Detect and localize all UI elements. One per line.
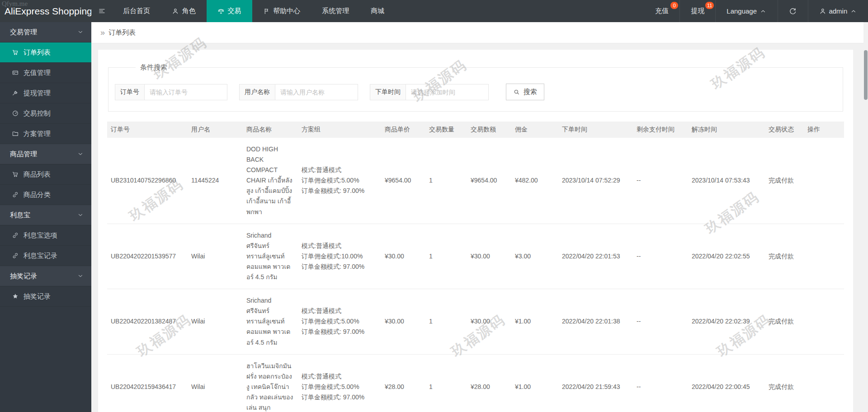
cell-amount: ¥30.00 (467, 224, 511, 289)
cell-order-time: 2022/04/20 22:01:53 (558, 224, 633, 289)
top-bar: Qfym.me AliExpress Shopping... 后台首页角色交易帮… (0, 0, 868, 22)
column-header: 方案组 (298, 122, 381, 138)
table-row: UB2310140752296860 11445224 DOD HIGH BAC… (107, 138, 844, 224)
cell-amount: ¥9654.00 (467, 138, 511, 224)
cell-unfreeze-time: 2022/04/20 22:00:45 (688, 354, 765, 412)
plan-mode-line: 订单佣金模式:5.00% (302, 175, 377, 186)
cell-product-name: Srichand ศรีจันทร์ ทรานส์ลูเซนท์ คอมแพค … (243, 224, 298, 289)
plan-mode-line: 订单佣金模式:5.00% (302, 316, 377, 327)
cell-actions (804, 224, 844, 289)
cell-username: Wilai (188, 354, 243, 412)
language-dropdown[interactable]: Language (715, 0, 778, 22)
sidebar-group[interactable]: 利息宝 (0, 205, 91, 225)
cell-order-id: UB2204202201539577 (107, 224, 188, 289)
corner-watermark: Qfym.me (2, 0, 28, 8)
top-nav: 后台首页角色交易帮助中心系统管理商城 (112, 0, 395, 22)
cell-plan-group: 模式:普通模式订单佣金模式:10.00%订单金额模式: 97.00% (298, 224, 381, 289)
cell-unit-price: ¥30.00 (381, 289, 425, 354)
table-body: UB2310140752296860 11445224 DOD HIGH BAC… (107, 138, 844, 412)
link-icon (12, 191, 19, 198)
plan-mode-line: 订单金额模式: 97.00% (302, 327, 377, 337)
star-icon (12, 293, 19, 300)
top-nav-item[interactable]: 角色 (161, 0, 207, 22)
content-card: 条件搜索 订单号 用户名称 下单时间 搜索 (98, 50, 853, 412)
column-header: 用户名 (188, 122, 243, 138)
cell-remaining-pay-time: -- (633, 224, 688, 289)
sidebar-group[interactable]: 抽奖记录 (0, 266, 91, 286)
plan-mode-line: 订单金额模式: 97.00% (302, 186, 377, 196)
cell-remaining-pay-time: -- (633, 289, 688, 354)
sidebar-item[interactable]: 利息宝记录 (0, 246, 91, 266)
top-nav-item[interactable]: 商城 (360, 0, 395, 22)
cell-unfreeze-time: 2022/04/20 22:02:39 (688, 289, 765, 354)
cell-actions (804, 289, 844, 354)
top-nav-item[interactable]: 后台首页 (112, 0, 161, 22)
cart-icon (12, 171, 19, 178)
cell-order-id: UB2310140752296860 (107, 138, 188, 224)
column-header: 商品名称 (243, 122, 298, 138)
sidebar-item[interactable]: 订单列表 (0, 42, 91, 63)
admin-dropdown[interactable]: admin (808, 0, 868, 22)
chevron-down-icon (77, 272, 84, 280)
top-nav-item[interactable]: 交易 (207, 0, 252, 22)
plan-mode-line: 模式:普通模式 (302, 241, 377, 251)
order-time-filter: 下单时间 (370, 84, 489, 100)
cell-remaining-pay-time: -- (633, 138, 688, 224)
column-header: 操作 (804, 122, 844, 138)
sidebar-item[interactable]: 商品分类 (0, 185, 91, 205)
refresh-button[interactable] (778, 0, 808, 22)
column-header: 交易数量 (425, 122, 467, 138)
order-id-input[interactable] (145, 84, 227, 100)
username-input[interactable] (275, 84, 358, 100)
sidebar-item[interactable]: 抽奖记录 (0, 286, 91, 307)
folder-icon (12, 130, 19, 137)
order-time-label: 下单时间 (370, 84, 406, 100)
cell-quantity: 1 (425, 289, 467, 354)
username-filter: 用户名称 (239, 84, 358, 100)
recharge-button[interactable]: 充值 0 (644, 0, 679, 22)
menu-toggle-icon[interactable] (91, 0, 112, 22)
cart-icon (12, 49, 19, 56)
chevron-up-icon (760, 8, 767, 15)
cell-unfreeze-time: 2023/10/14 07:53:43 (688, 138, 765, 224)
plan-mode-line: 订单佣金模式:5.00% (302, 382, 377, 392)
plan-mode-line: 模式:普通模式 (302, 371, 377, 382)
cell-product-name: ฮาโลวีนเมจิกมันฝรั่ง ทอดกระป๋องงู เทคนิค… (243, 354, 298, 412)
cell-actions (804, 354, 844, 412)
gauge-icon (12, 110, 19, 117)
topbar-actions: 充值 0 提现 11 Language admin (644, 0, 868, 22)
plan-mode-line: 订单金额模式: 97.00% (302, 392, 377, 403)
link-icon (12, 232, 19, 239)
sidebar-item[interactable]: 利息宝选项 (0, 225, 91, 246)
sidebar-item[interactable]: 交易控制 (0, 103, 91, 124)
plan-mode-line: 订单金额模式: 97.00% (302, 262, 377, 272)
top-nav-item[interactable]: 系统管理 (311, 0, 360, 22)
column-header: 商品单价 (381, 122, 425, 138)
card-icon (12, 69, 19, 76)
sidebar-item[interactable]: 充值管理 (0, 63, 91, 83)
scale-icon (217, 8, 225, 15)
withdraw-button[interactable]: 提现 11 (679, 0, 715, 22)
username-label: 用户名称 (240, 84, 275, 100)
scrollbar-track[interactable] (863, 22, 868, 412)
scrollbar-thumb[interactable] (864, 50, 868, 100)
column-header: 解冻时间 (688, 122, 765, 138)
order-time-input[interactable] (406, 84, 488, 100)
search-button[interactable]: 搜索 (506, 84, 544, 100)
top-nav-item[interactable]: 帮助中心 (252, 0, 311, 22)
sidebar-item[interactable]: 商品列表 (0, 164, 91, 185)
cell-username: 11445224 (188, 138, 243, 224)
search-row: 订单号 用户名称 下单时间 搜索 (115, 84, 836, 100)
cell-order-id: UB2204202201382487 (107, 289, 188, 354)
sidebar-item[interactable]: 方案管理 (0, 124, 91, 144)
search-icon (513, 89, 520, 96)
cell-status: 完成付款 (765, 354, 804, 412)
sidebar: 交易管理订单列表充值管理提现管理交易控制方案管理商品管理商品列表商品分类利息宝利… (0, 22, 91, 412)
sidebar-group[interactable]: 交易管理 (0, 22, 91, 42)
cell-commission: ¥1.00 (511, 289, 558, 354)
cell-order-time: 2023/10/14 07:52:29 (558, 138, 633, 224)
sidebar-group[interactable]: 商品管理 (0, 144, 91, 164)
sidebar-item[interactable]: 提现管理 (0, 83, 91, 103)
column-header: 交易数额 (467, 122, 511, 138)
cell-plan-group: 模式:普通模式订单佣金模式:5.00%订单金额模式: 97.00% (298, 354, 381, 412)
